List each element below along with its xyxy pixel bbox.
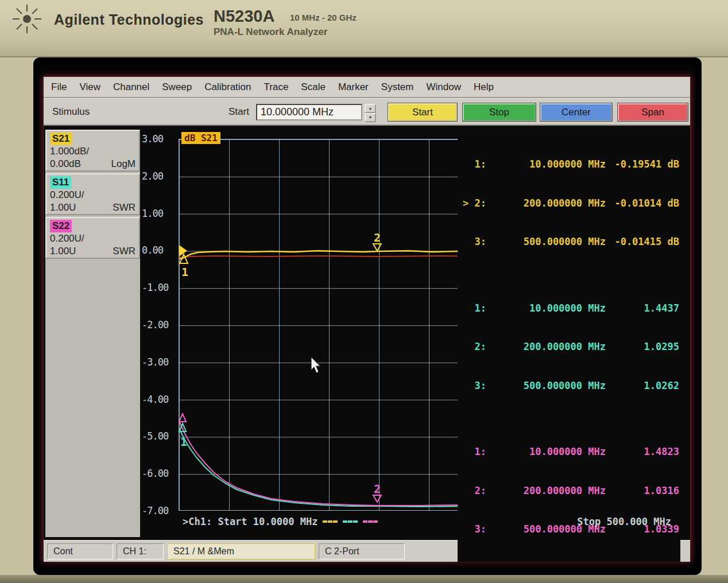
- instrument-bezel: Agilent Technologies N5230A 10 MHz - 20 …: [0, 0, 728, 57]
- y-tick: 3.00: [142, 133, 163, 145]
- y-tick: -2.00: [142, 319, 168, 331]
- menu-marker[interactable]: Marker: [332, 81, 375, 93]
- marker2-swr-icon[interactable]: [373, 495, 381, 502]
- menu-view[interactable]: View: [73, 81, 107, 93]
- start-field-label: Start: [229, 106, 249, 118]
- graph-area: 3.00 2.00 1.00 0.00 -1.00 -2.00 -3.00 -4…: [140, 130, 690, 537]
- model-number: N5230A: [214, 7, 274, 26]
- trace-panel-s11[interactable]: S11 0.200U/ 1.00U SWR: [45, 173, 140, 215]
- y-tick: -1.00: [142, 282, 168, 293]
- channel-start-info: >Ch1: Start 10.0000 MHz: [183, 516, 317, 527]
- span-button[interactable]: Span: [618, 103, 688, 121]
- marker-readouts: 1:10.000000 MHz-0.19541 dB > 2:200.00000…: [458, 132, 680, 562]
- menu-bar: File View Channel Sweep Calibration Trac…: [44, 77, 690, 98]
- stimulus-toolbar: Stimulus Start ▲ ▼ Start Stop Center Spa…: [44, 98, 690, 126]
- analyzer-window: File View Channel Sweep Calibration Trac…: [43, 76, 691, 561]
- trace-format-s21: LogM: [111, 158, 135, 170]
- channel-info-bar: >Ch1: Start 10.0000 MHz Stop 500.000 MHz: [140, 513, 690, 530]
- trace-scale-s21: 1.000dB/: [50, 145, 135, 158]
- marker1-swr-label: 1: [180, 435, 187, 449]
- menu-file[interactable]: File: [45, 81, 73, 93]
- product-line: PNA-L Network Analyzer: [214, 26, 327, 38]
- menu-trace[interactable]: Trace: [258, 81, 295, 93]
- menu-sweep[interactable]: Sweep: [156, 81, 198, 93]
- menu-channel[interactable]: Channel: [107, 81, 156, 93]
- y-tick: 1.00: [142, 208, 163, 219]
- trace-panel-s22[interactable]: S22 0.200U/ 1.00U SWR: [45, 217, 140, 259]
- channel-stop-info: Stop 500.000 MHz: [577, 516, 671, 527]
- marker2-s21-label: 2: [374, 231, 381, 244]
- marker1-s21-label: 1: [181, 265, 188, 279]
- marker2-swr-label: 2: [374, 482, 381, 496]
- menu-help[interactable]: Help: [467, 81, 500, 93]
- active-trace-badge: dB S21: [181, 132, 220, 144]
- start-button[interactable]: Start: [388, 103, 457, 121]
- trace-ref-s21: 0.00dB: [50, 158, 81, 170]
- trace-panel-s21[interactable]: S21 1.000dB/ 0.00dB LogM: [45, 130, 140, 172]
- brand-name: Agilent Technologies: [54, 11, 204, 28]
- menu-calibration[interactable]: Calibration: [198, 81, 257, 93]
- trace-ref-s22: 1.00U: [50, 245, 76, 258]
- trace-scale-s11: 0.200U/: [50, 189, 135, 201]
- y-tick: -5.00: [142, 430, 168, 442]
- stimulus-label: Stimulus: [52, 106, 90, 118]
- sweep-state: Cont: [47, 543, 113, 559]
- trace-ref-s11: 1.00U: [50, 201, 76, 214]
- channel-label: CH 1:: [117, 543, 164, 559]
- y-tick: 0.00: [142, 244, 163, 256]
- cal-status: C 2-Port: [319, 543, 405, 559]
- y-tick: -3.00: [142, 356, 168, 368]
- instrument-bezel-bottom: [0, 575, 728, 583]
- center-button[interactable]: Center: [540, 103, 612, 121]
- stop-button[interactable]: Stop: [463, 103, 536, 121]
- marker1-s22-icon[interactable]: [179, 414, 186, 422]
- trace-scale-s22: 0.200U/: [50, 232, 135, 245]
- trace-status-column: S21 1.000dB/ 0.00dB LogM S11 0.200U/ 1.0…: [45, 130, 140, 537]
- crt-screen: File View Channel Sweep Calibration Trac…: [33, 57, 702, 575]
- spinner-down-icon[interactable]: ▼: [365, 113, 376, 122]
- display-area: S21 1.000dB/ 0.00dB LogM S11 0.200U/ 1.0…: [44, 126, 690, 540]
- y-tick: -4.00: [142, 394, 168, 405]
- menu-system[interactable]: System: [375, 81, 420, 93]
- trace-format-s22: SWR: [113, 245, 135, 258]
- frequency-range: 10 MHz - 20 GHz: [290, 13, 357, 22]
- start-frequency-input[interactable]: [256, 104, 362, 121]
- legend-dash-s21-icon: [323, 520, 338, 523]
- mouse-cursor-icon: [311, 356, 322, 374]
- trace-chip-s11: S11: [50, 176, 71, 189]
- spinner-up-icon[interactable]: ▲: [365, 104, 376, 113]
- trace-format-s11: SWR: [113, 201, 135, 214]
- menu-scale[interactable]: Scale: [295, 81, 332, 93]
- marker2-s21-icon[interactable]: [373, 244, 381, 251]
- menu-window[interactable]: Window: [420, 81, 467, 93]
- trace-chip-s22: S22: [50, 220, 72, 232]
- agilent-logo-icon: [10, 2, 44, 36]
- y-tick: -6.00: [142, 468, 168, 479]
- legend-dash-s11-icon: [343, 520, 358, 523]
- trace-definition[interactable]: S21 / M &Mem: [167, 543, 315, 559]
- trace-chip-s21: S21: [50, 133, 72, 145]
- y-tick: 2.00: [142, 170, 163, 182]
- frequency-spinner: ▲ ▼: [365, 104, 376, 121]
- legend-dash-s22-icon: [363, 520, 378, 523]
